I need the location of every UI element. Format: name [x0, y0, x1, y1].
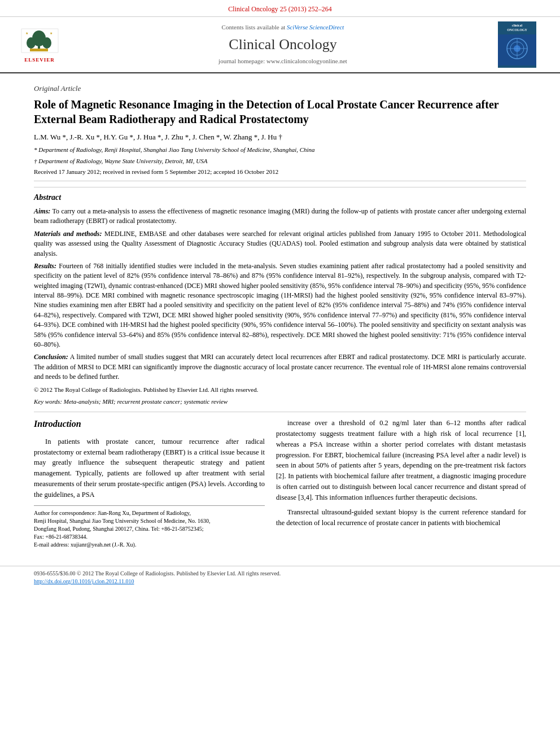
intro-right-column: increase over a threshold of 0.2 ng/ml l… [276, 418, 526, 549]
footnote-line-4: Fax: +86-21-68738344. [34, 533, 265, 541]
sciverse-line: Contents lists available at SciVerse Sci… [68, 23, 498, 32]
journal-homepage: journal homepage: www.clinicaloncologyon… [68, 57, 498, 65]
svg-rect-6 [30, 49, 48, 51]
footer-issn: 0936-6555/$36.00 © 2012 The Royal Colleg… [34, 570, 526, 578]
journal-cover-image: clinicalONCOLOGY [498, 21, 536, 68]
journal-reference: Clinical Oncology 25 (2013) 252–264 [0, 0, 560, 17]
intro-para-1: In patients with prostate cancer, tumour… [34, 436, 265, 500]
journal-header: ★ ★ ELSEVIER Contents lists available at… [0, 17, 560, 73]
received-line: Received 17 January 2012; received in re… [34, 168, 526, 181]
keywords-line: Key words: Meta-analysis; MRI; recurrent… [34, 397, 526, 406]
abstract-conclusion: Conclusion: A limited number of small st… [34, 352, 526, 382]
affiliation-2: † Department of Radiology, Wayne State U… [34, 157, 526, 165]
abstract-methods: Materials and methods: MEDLINE, EMBASE a… [34, 229, 526, 259]
doi-link[interactable]: http://dx.doi.org/10.1016/j.clon.2012.11… [34, 578, 134, 584]
introduction-section: Introduction In patients with prostate c… [34, 418, 526, 549]
elsevier-logo: ★ ★ ELSEVIER [11, 26, 68, 64]
footnote-line-3: Dongfang Road, Pudong, Shanghai 200127, … [34, 525, 265, 533]
elsevier-logo-area: ★ ★ ELSEVIER [11, 26, 68, 64]
svg-point-5 [42, 37, 51, 49]
footnote-area: Author for correspondence: Jian-Rong Xu,… [34, 505, 265, 549]
affiliation-1: * Department of Radiology, Renji Hospita… [34, 146, 526, 154]
article-type: Original Article [34, 79, 526, 94]
content-area: Original Article Role of Magnetic Resona… [0, 73, 560, 560]
article-title: Role of Magnetic Resonance Imaging in th… [34, 97, 526, 126]
svg-text:★: ★ [50, 32, 53, 35]
elsevier-label: ELSEVIER [24, 56, 55, 64]
cover-graphic [498, 34, 536, 65]
abstract-section: Abstract Aims: To carry out a meta-analy… [34, 192, 526, 406]
footnote-line-1: Author for correspondence: Jian-Rong Xu,… [34, 509, 265, 517]
abstract-title: Abstract [34, 192, 526, 203]
journal-ref-text: Clinical Oncology 25 (2013) 252–264 [228, 5, 331, 13]
footer-bar: 0936-6555/$36.00 © 2012 The Royal Colleg… [0, 566, 560, 589]
svg-text:★: ★ [25, 32, 28, 35]
svg-point-4 [27, 37, 36, 49]
journal-title: Clinical Oncology [68, 34, 498, 55]
authors-line: L.M. Wu *, J.-R. Xu *, H.Y. Gu *, J. Hua… [34, 132, 526, 142]
abstract-results: Results: Fourteen of 768 initially ident… [34, 261, 526, 350]
intro-title: Introduction [34, 418, 265, 430]
section-divider [34, 187, 526, 187]
copyright-line: © 2012 The Royal College of Radiologists… [34, 386, 526, 394]
journal-title-area: Contents lists available at SciVerse Sci… [68, 23, 498, 65]
abstract-content: Aims: To carry out a meta-analysis to as… [34, 207, 526, 382]
footer-doi: http://dx.doi.org/10.1016/j.clon.2012.11… [34, 578, 526, 586]
intro-left-column: Introduction In patients with prostate c… [34, 418, 265, 549]
keywords-text: Meta-analysis; MRI; recurrent prostate c… [64, 398, 228, 405]
footnote-line-2: Renji Hospital, Shanghai Jiao Tong Unive… [34, 517, 265, 525]
journal-cover-area: clinicalONCOLOGY [498, 21, 549, 68]
abstract-aims: Aims: To carry out a meta-analysis to as… [34, 207, 526, 226]
footnote-line-5: E-mail address: xujianr@yeah.net (J.-R. … [34, 541, 265, 549]
section-divider-2 [34, 412, 526, 412]
sciverse-link[interactable]: SciVerse ScienceDirect [287, 24, 344, 30]
intro-body-left: In patients with prostate cancer, tumour… [34, 436, 265, 500]
cover-text: clinicalONCOLOGY [498, 21, 536, 34]
intro-para-right-1: increase over a threshold of 0.2 ng/ml l… [276, 418, 526, 503]
intro-body-right: increase over a threshold of 0.2 ng/ml l… [276, 418, 526, 528]
elsevier-logo-graphic: ★ ★ [19, 26, 61, 55]
keywords-label: Key words: [34, 398, 62, 405]
intro-para-right-2: Transrectal ultrasound-guided sextant bi… [276, 507, 526, 528]
